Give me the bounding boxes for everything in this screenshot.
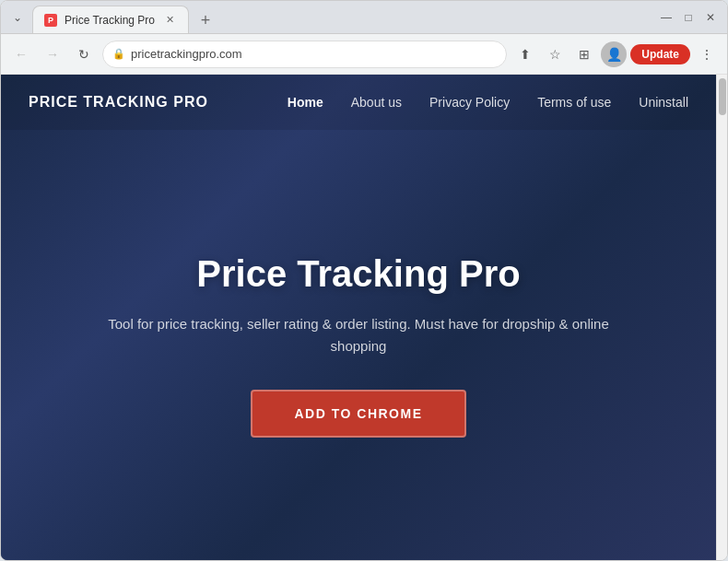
add-to-chrome-button[interactable]: ADD TO CHROME [251, 390, 465, 438]
scrollbar-thumb[interactable] [719, 78, 726, 115]
share-icon[interactable]: ⬆ [512, 41, 538, 67]
forward-button[interactable]: → [40, 41, 65, 67]
tab-close-button[interactable]: ✕ [162, 13, 177, 28]
title-bar-right-controls: — □ ✕ [657, 8, 720, 27]
nav-link-privacy[interactable]: Privacy Policy [429, 95, 510, 110]
new-tab-button[interactable]: + [193, 7, 218, 33]
grid-icon[interactable]: ⊞ [571, 41, 597, 67]
hero-title: Price Tracking Pro [196, 253, 520, 295]
active-tab[interactable]: P Price Tracking Pro ✕ [32, 6, 189, 33]
more-icon[interactable]: ⋮ [694, 41, 720, 67]
profile-icon[interactable]: 👤 [601, 41, 627, 67]
address-text: pricetrackingpro.com [131, 47, 497, 61]
tab-title: Price Tracking Pro [65, 14, 155, 27]
browser-toolbar: ← → ↻ 🔒 pricetrackingpro.com ⬆ ☆ ⊞ 👤 Upd… [1, 34, 727, 75]
close-button[interactable]: ✕ [701, 8, 720, 27]
page-content: 106.82▼ 501.79▲ 380.09▼ 79.81▲ DAX11 [1, 75, 716, 560]
update-button[interactable]: Update [630, 44, 690, 64]
nav-link-terms[interactable]: Terms of use [537, 95, 611, 110]
tab-area: P Price Tracking Pro ✕ + [32, 1, 652, 33]
title-bar: ⌄ P Price Tracking Pro ✕ + — □ ✕ [1, 1, 727, 34]
nav-link-about[interactable]: About us [351, 95, 402, 110]
browser-window: ⌄ P Price Tracking Pro ✕ + — □ ✕ ← → ↻ 🔒… [0, 0, 728, 561]
window-controls: ⌄ [8, 8, 27, 27]
hero-subtitle: Tool for price tracking, seller rating &… [91, 313, 626, 357]
address-bar[interactable]: 🔒 pricetrackingpro.com [102, 41, 507, 68]
maximize-button[interactable]: □ [679, 8, 698, 27]
nav-links: Home About us Privacy Policy Terms of us… [288, 95, 688, 110]
tab-favicon: P [44, 14, 57, 27]
hero-section: PRICE TRACKING PRO Home About us Privacy… [1, 75, 716, 560]
site-logo: PRICE TRACKING PRO [29, 94, 208, 111]
refresh-button[interactable]: ↻ [71, 41, 97, 67]
bookmark-icon[interactable]: ☆ [542, 41, 568, 67]
chevron-down-icon[interactable]: ⌄ [8, 8, 27, 27]
minimize-button[interactable]: — [657, 8, 675, 27]
lock-icon: 🔒 [112, 48, 125, 60]
main-nav: PRICE TRACKING PRO Home About us Privacy… [1, 75, 716, 130]
back-button[interactable]: ← [8, 41, 34, 67]
content-area: 106.82▼ 501.79▲ 380.09▼ 79.81▲ DAX11 [1, 75, 727, 560]
toolbar-icons: ⬆ ☆ ⊞ 👤 Update ⋮ [512, 41, 720, 67]
hero-body: Price Tracking Pro Tool for price tracki… [1, 130, 716, 560]
website: 106.82▼ 501.79▲ 380.09▼ 79.81▲ DAX11 [1, 75, 716, 560]
scrollbar[interactable] [716, 75, 727, 560]
nav-link-uninstall[interactable]: Uninstall [639, 95, 688, 110]
nav-link-home[interactable]: Home [288, 95, 323, 110]
